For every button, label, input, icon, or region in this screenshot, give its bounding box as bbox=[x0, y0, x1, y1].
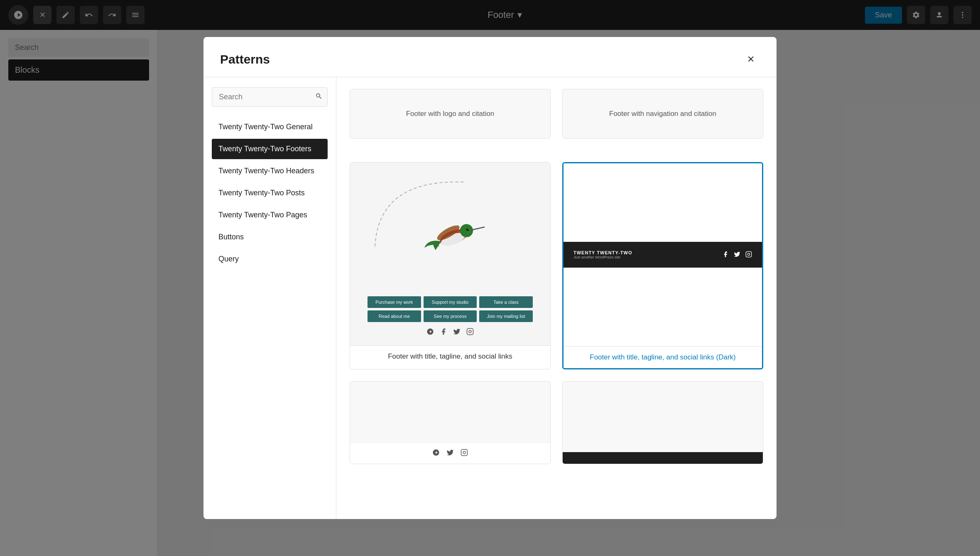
facebook-social-icon bbox=[440, 328, 447, 337]
sidebar-nav-query[interactable]: Query bbox=[212, 249, 328, 269]
footer-brand-subtitle: Just another WordPress site bbox=[573, 255, 632, 259]
top-partial-grid: Footer with logo and citation Footer wit… bbox=[350, 89, 763, 150]
mailing-list-button[interactable]: Join my mailing list bbox=[479, 310, 533, 322]
svg-rect-13 bbox=[746, 251, 751, 257]
pattern-label-1: Footer with title, tagline, and social l… bbox=[350, 345, 550, 367]
dark-facebook-icon bbox=[722, 251, 729, 259]
modal-sidebar: Twenty Twenty-Two General Twenty Twenty-… bbox=[203, 77, 336, 519]
bottom-wp-icon bbox=[432, 449, 440, 458]
dark-twitter-icon bbox=[734, 251, 740, 259]
instagram-social-icon bbox=[466, 328, 474, 337]
svg-rect-11 bbox=[467, 329, 473, 335]
patterns-modal: Patterns ✕ Twenty Twenty-Two General Twe… bbox=[203, 37, 777, 519]
pattern-search-input[interactable] bbox=[212, 87, 328, 107]
support-studio-button[interactable]: Support my studio bbox=[424, 296, 477, 308]
modal-title: Patterns bbox=[220, 52, 270, 66]
modal-content: Footer with logo and citation Footer wit… bbox=[336, 77, 777, 519]
bottom-partial-card-2[interactable] bbox=[562, 381, 763, 464]
modal-header: Patterns ✕ bbox=[203, 37, 777, 77]
sidebar-nav-pages[interactable]: Twenty Twenty-Two Pages bbox=[212, 205, 328, 225]
footer-dark-bar: TWENTY TWENTY-TWO Just another WordPress… bbox=[564, 242, 762, 268]
sidebar-nav-general[interactable]: Twenty Twenty-Two General bbox=[212, 117, 328, 137]
patterns-grid: Purchase my work Support my studio Take … bbox=[350, 162, 763, 369]
bottom-twitter-icon bbox=[446, 449, 454, 458]
search-box bbox=[212, 87, 328, 107]
footer-preview-hummingbird: Purchase my work Support my studio Take … bbox=[350, 162, 550, 345]
footer-dark-social bbox=[722, 251, 752, 259]
modal-body: Twenty Twenty-Two General Twenty Twenty-… bbox=[203, 77, 777, 519]
bottom-partial-content-2 bbox=[563, 381, 763, 464]
svg-rect-15 bbox=[461, 450, 468, 456]
svg-line-7 bbox=[472, 227, 485, 230]
search-icon-button[interactable] bbox=[315, 92, 323, 102]
pattern-preview-1: Purchase my work Support my studio Take … bbox=[350, 162, 550, 345]
dark-instagram-icon bbox=[745, 251, 752, 259]
modal-close-button[interactable]: ✕ bbox=[742, 50, 760, 69]
bottom-partial-content-1 bbox=[350, 381, 550, 464]
footer-preview-dark-top bbox=[564, 163, 762, 242]
top-partial-label-2: Footer with navigation and citation bbox=[609, 110, 716, 118]
bottom-social-bar-1 bbox=[350, 443, 550, 464]
bottom-partial-card-1[interactable] bbox=[350, 381, 551, 464]
footer-brand-title: TWENTY TWENTY-TWO bbox=[573, 250, 632, 255]
sidebar-nav-headers[interactable]: Twenty Twenty-Two Headers bbox=[212, 161, 328, 181]
twitter-social-icon bbox=[453, 328, 461, 337]
svg-point-9 bbox=[466, 229, 468, 231]
sidebar-nav-buttons[interactable]: Buttons bbox=[212, 227, 328, 247]
see-process-button[interactable]: See my process bbox=[424, 310, 477, 322]
sidebar-nav-footers[interactable]: Twenty Twenty-Two Footers bbox=[212, 139, 328, 159]
hummingbird-area bbox=[358, 171, 542, 296]
hummingbird-svg bbox=[413, 204, 488, 263]
bottom-instagram-icon bbox=[461, 449, 468, 458]
footer-social-icons-1 bbox=[426, 328, 474, 337]
svg-point-10 bbox=[468, 229, 468, 230]
footer-buttons: Purchase my work Support my studio Take … bbox=[368, 296, 533, 322]
about-me-button[interactable]: Read about me bbox=[368, 310, 421, 322]
bottom-dark-bar bbox=[563, 452, 763, 464]
pattern-label-2: Footer with title, tagline, and social l… bbox=[564, 346, 762, 368]
take-class-button[interactable]: Take a class bbox=[479, 296, 533, 308]
bottom-partial-grid bbox=[350, 381, 763, 464]
sidebar-nav-posts[interactable]: Twenty Twenty-Two Posts bbox=[212, 183, 328, 203]
modal-overlay: Patterns ✕ Twenty Twenty-Two General Twe… bbox=[0, 0, 980, 556]
pattern-card-footer-1[interactable]: Purchase my work Support my studio Take … bbox=[350, 162, 551, 369]
footer-brand: TWENTY TWENTY-TWO Just another WordPress… bbox=[573, 250, 632, 259]
svg-point-6 bbox=[460, 224, 473, 237]
purchase-work-button[interactable]: Purchase my work bbox=[368, 296, 421, 308]
pattern-preview-2: TWENTY TWENTY-TWO Just another WordPress… bbox=[564, 163, 762, 346]
footer-preview-dark-bottom bbox=[564, 268, 762, 346]
top-partial-card-2[interactable]: Footer with navigation and citation bbox=[562, 89, 763, 139]
pattern-card-footer-2[interactable]: TWENTY TWENTY-TWO Just another WordPress… bbox=[562, 162, 763, 369]
footer-preview-dark: TWENTY TWENTY-TWO Just another WordPress… bbox=[564, 163, 762, 346]
wp-social-icon bbox=[426, 328, 434, 337]
top-partial-label-1: Footer with logo and citation bbox=[406, 110, 495, 118]
top-partial-card-1[interactable]: Footer with logo and citation bbox=[350, 89, 551, 139]
